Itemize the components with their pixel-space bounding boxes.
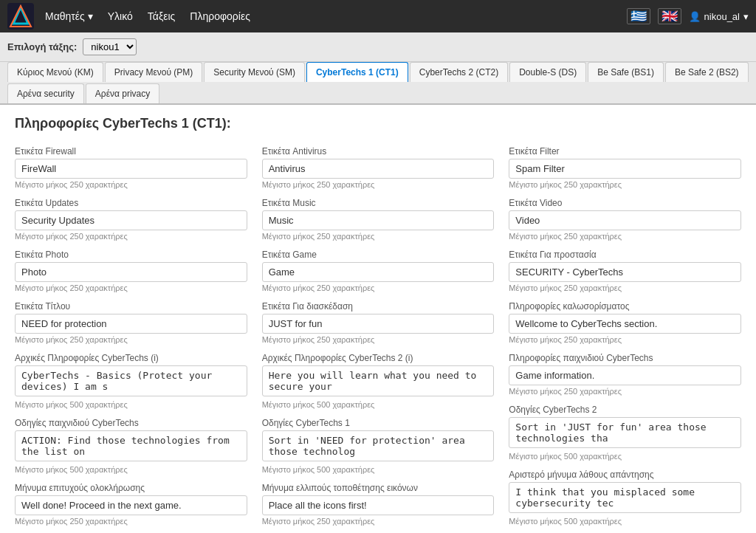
field-game-info-char-limit: Μέγιστο μήκος 250 χαρακτήρες (509, 387, 741, 396)
field-title-label: Ετικέτα Τίτλου (15, 301, 247, 312)
field-initial-info-group: Αρχικές Πληροφορίες CyberTechs (i)Μέγιστ… (15, 353, 247, 409)
field-success-msg-group: Μήνυμα επιτυχούς ολοκλήρωσηςΜέγιστο μήκο… (15, 483, 247, 526)
nav-plirofoiries[interactable]: Πληροφορίες (190, 10, 250, 22)
tab-ds[interactable]: Double-S (DS) (509, 62, 586, 82)
field-photo-char-limit: Μέγιστο μήκος 250 χαρακτήρες (15, 283, 247, 292)
field-left-wrong-msg[interactable] (509, 482, 741, 513)
field-music-group: Ετικέτα MusicΜέγιστο μήκος 250 χαρακτήρε… (262, 198, 495, 241)
field-instructions-ct2-group: Οδηγίες CyberTechs 2Μέγιστο μήκος 500 χα… (509, 405, 741, 461)
flag-uk[interactable]: 🇬🇧 (658, 8, 681, 24)
field-initial-info2-char-limit: Μέγιστο μήκος 500 χαρακτήρες (262, 400, 495, 409)
tab-pm[interactable]: Privacy Μενού (PM) (105, 62, 203, 82)
tab-km[interactable]: Κύριος Μενού (ΚΜ) (7, 62, 103, 82)
field-security[interactable] (509, 262, 741, 282)
field-instructions-ct1-label: Οδηγίες CyberTechs 1 (262, 418, 495, 428)
field-success-msg[interactable] (15, 495, 247, 515)
form-col-1: Ετικέτα FirewallΜέγιστο μήκος 250 χαρακτ… (15, 146, 247, 533)
form-col-2: Ετικέτα AntivirusΜέγιστο μήκος 250 χαρακ… (262, 146, 495, 533)
field-game-info[interactable] (509, 365, 741, 385)
field-left-wrong-msg-label: Αριστερό μήνυμα λάθους απάντησης (509, 470, 741, 480)
tab-bs2[interactable]: Be Safe 2 (BS2) (665, 62, 749, 82)
field-welcome-char-limit: Μέγιστο μήκος 250 χαρακτήρες (509, 335, 741, 344)
field-title-char-limit: Μέγιστο μήκος 250 χαρακτήρες (15, 335, 247, 344)
field-game-group: Ετικέτα GameΜέγιστο μήκος 250 χαρακτήρες (262, 250, 495, 292)
field-video[interactable] (509, 210, 741, 230)
field-filter-group: Ετικέτα FilterΜέγιστο μήκος 250 χαρακτήρ… (509, 146, 741, 189)
field-updates-char-limit: Μέγιστο μήκος 250 χαρακτήρες (15, 232, 247, 241)
chevron-down-icon: ▾ (743, 11, 749, 22)
field-instructions-ct2-label: Οδηγίες CyberTechs 2 (509, 405, 741, 415)
field-firewall-char-limit: Μέγιστο μήκος 250 χαρακτήρες (15, 180, 247, 189)
field-initial-info[interactable] (15, 365, 247, 396)
field-success-msg-char-limit: Μέγιστο μήκος 250 χαρακτήρες (15, 517, 247, 526)
field-left-wrong-msg-group: Αριστερό μήνυμα λάθους απάντησηςΜέγιστο … (509, 470, 741, 526)
field-incomplete-msg[interactable] (262, 495, 495, 515)
field-welcome-group: Πληροφορίες καλωσορίσματοςΜέγιστο μήκος … (509, 301, 741, 344)
nav-mathites[interactable]: Μαθητές ▾ (45, 10, 93, 22)
form-col-3: Ετικέτα FilterΜέγιστο μήκος 250 χαρακτήρ… (509, 146, 741, 533)
user-menu[interactable]: 👤 nikou_al ▾ (689, 11, 749, 22)
field-instructions-ct1-char-limit: Μέγιστο μήκος 500 χαρακτήρες (262, 465, 495, 474)
field-game-info-group: Πληροφορίες παιχνιδιού CyberTechsΜέγιστο… (509, 353, 741, 396)
field-game-label: Ετικέτα Game (262, 250, 495, 260)
field-success-msg-label: Μήνυμα επιτυχούς ολοκλήρωσης (15, 483, 247, 493)
field-game-instructions-label: Οδηγίες παιχνιδιού CyberTechs (15, 418, 247, 428)
field-welcome-label: Πληροφορίες καλωσορίσματος (509, 301, 741, 312)
nav-right: 🇬🇷 🇬🇧 👤 nikou_al ▾ (627, 8, 749, 24)
field-updates[interactable] (15, 210, 247, 230)
field-updates-group: Ετικέτα UpdatesΜέγιστο μήκος 250 χαρακτή… (15, 198, 247, 241)
field-left-wrong-msg-char-limit: Μέγιστο μήκος 500 χαρακτήρες (509, 517, 741, 526)
tab-bs1[interactable]: Be Safe (BS1) (588, 62, 664, 82)
field-title-group: Ετικέτα ΤίτλουΜέγιστο μήκος 250 χαρακτήρ… (15, 301, 247, 344)
field-filter[interactable] (509, 159, 741, 179)
field-firewall[interactable] (15, 159, 247, 179)
field-antivirus[interactable] (262, 159, 495, 179)
field-video-group: Ετικέτα VideoΜέγιστο μήκος 250 χαρακτήρε… (509, 198, 741, 241)
field-security-group: Ετικέτα Για προστασίαΜέγιστο μήκος 250 χ… (509, 250, 741, 292)
tab-arena-sec[interactable]: Αρένα security (7, 83, 84, 103)
field-game[interactable] (262, 262, 495, 282)
field-instructions-ct2[interactable] (509, 417, 741, 448)
field-security-char-limit: Μέγιστο μήκος 250 χαρακτήρες (509, 283, 741, 292)
field-instructions-ct1-group: Οδηγίες CyberTechs 1Μέγιστο μήκος 500 χα… (262, 418, 495, 474)
tabs-bar: Κύριος Μενού (ΚΜ)Privacy Μενού (PM)Secur… (0, 62, 756, 105)
field-game-instructions-char-limit: Μέγιστο μήκος 500 χαρακτήρες (15, 465, 247, 474)
field-incomplete-msg-group: Μήνυμα ελλιπούς τοποθέτησης εικόνωνΜέγισ… (262, 483, 495, 526)
field-filter-char-limit: Μέγιστο μήκος 250 χαρακτήρες (509, 180, 741, 189)
field-antivirus-group: Ετικέτα AntivirusΜέγιστο μήκος 250 χαρακ… (262, 146, 495, 189)
main-content: Πληροφορίες CyberTechs 1 (CT1): Ετικέτα … (0, 105, 756, 533)
field-for-fun[interactable] (262, 314, 495, 334)
form-grid: Ετικέτα FirewallΜέγιστο μήκος 250 χαρακτ… (15, 146, 741, 533)
tab-ct1[interactable]: CyberTechs 1 (CT1) (306, 62, 408, 82)
field-incomplete-msg-label: Μήνυμα ελλιπούς τοποθέτησης εικόνων (262, 483, 495, 493)
field-game-instructions-group: Οδηγίες παιχνιδιού CyberTechsΜέγιστο μήκ… (15, 418, 247, 474)
field-security-label: Ετικέτα Για προστασία (509, 250, 741, 260)
field-for-fun-char-limit: Μέγιστο μήκος 250 χαρακτήρες (262, 335, 495, 344)
nav-yliko[interactable]: Υλικό (108, 10, 133, 22)
field-initial-info2[interactable] (262, 365, 495, 396)
tab-arena-priv[interactable]: Αρένα privacy (86, 83, 159, 103)
field-game-instructions[interactable] (15, 430, 247, 461)
field-filter-label: Ετικέτα Filter (509, 146, 741, 157)
top-navigation: Μαθητές ▾ Υλικό Τάξεις Πληροφορίες 🇬🇷 🇬🇧… (0, 0, 756, 32)
field-music-label: Ετικέτα Music (262, 198, 495, 208)
field-firewall-group: Ετικέτα FirewallΜέγιστο μήκος 250 χαρακτ… (15, 146, 247, 189)
field-initial-info-label: Αρχικές Πληροφορίες CyberTechs (i) (15, 353, 247, 363)
class-select[interactable]: nikou1 (83, 38, 137, 55)
nav-links: Μαθητές ▾ Υλικό Τάξεις Πληροφορίες (45, 10, 627, 22)
field-initial-info-char-limit: Μέγιστο μήκος 500 χαρακτήρες (15, 400, 247, 409)
field-title[interactable] (15, 314, 247, 334)
field-initial-info2-group: Αρχικές Πληροφορίες CyberTechs 2 (i)Μέγι… (262, 353, 495, 409)
tab-ct2[interactable]: CyberTechs 2 (CT2) (410, 62, 508, 82)
user-icon: 👤 (689, 11, 701, 22)
field-music[interactable] (262, 210, 495, 230)
field-instructions-ct1[interactable] (262, 430, 495, 461)
field-video-char-limit: Μέγιστο μήκος 250 χαρακτήρες (509, 232, 741, 241)
field-game-info-label: Πληροφορίες παιχνιδιού CyberTechs (509, 353, 741, 363)
field-welcome[interactable] (509, 314, 741, 334)
field-photo[interactable] (15, 262, 247, 282)
flag-greek[interactable]: 🇬🇷 (627, 8, 650, 24)
field-music-char-limit: Μέγιστο μήκος 250 χαρακτήρες (262, 232, 495, 241)
tab-sm[interactable]: Security Μενού (SM) (204, 62, 305, 82)
nav-taxes[interactable]: Τάξεις (148, 10, 175, 22)
